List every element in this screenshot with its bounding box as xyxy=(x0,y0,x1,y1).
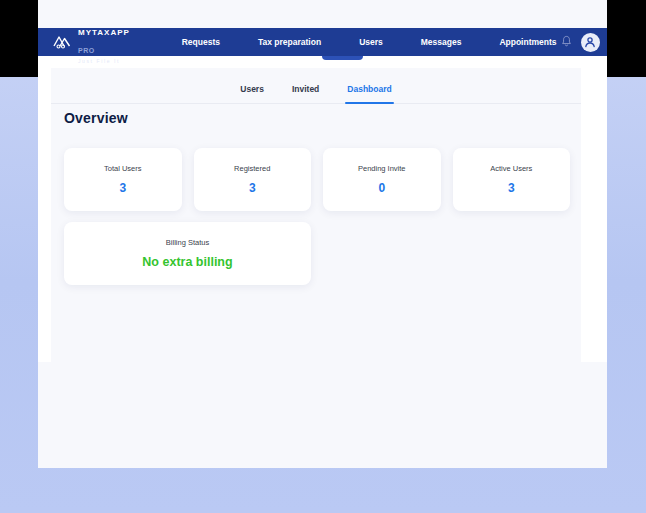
stats-row: Total Users 3 Registered 3 Pending Invit… xyxy=(64,148,570,211)
app-logo[interactable]: MYTAXAPP PRO Just File It xyxy=(51,21,130,64)
users-dashboard-panel: Users Invited Dashboard Overview Total U… xyxy=(51,68,581,362)
billing-status-card: Billing Status No extra billing xyxy=(64,222,311,285)
stat-value: 3 xyxy=(119,181,126,195)
person-icon xyxy=(584,36,596,48)
logo-tagline: Just File It xyxy=(78,58,130,64)
tab-users[interactable]: Users xyxy=(238,80,266,103)
stat-label: Registered xyxy=(234,164,270,173)
nav-items: Requests Tax preparation Users Messages … xyxy=(178,28,561,56)
tab-dashboard[interactable]: Dashboard xyxy=(345,80,393,103)
nav-item-users[interactable]: Users xyxy=(355,28,387,56)
black-backdrop-right xyxy=(607,0,646,77)
stat-label: Pending Invite xyxy=(358,164,406,173)
billing-status-label: Billing Status xyxy=(166,238,209,247)
nav-item-messages[interactable]: Messages xyxy=(417,28,466,56)
stat-label: Total Users xyxy=(104,164,142,173)
logo-pro-badge: PRO xyxy=(78,47,95,54)
mountain-logo-icon xyxy=(51,34,73,50)
overview-heading: Overview xyxy=(64,110,128,126)
user-avatar[interactable] xyxy=(581,33,600,52)
dashboard-tabs: Users Invited Dashboard xyxy=(51,80,581,104)
stat-card-registered: Registered 3 xyxy=(194,148,312,211)
stat-card-total-users: Total Users 3 xyxy=(64,148,182,211)
nav-item-appointments[interactable]: Appointments xyxy=(495,28,560,56)
stat-label: Active Users xyxy=(490,164,532,173)
nav-item-tax-preparation[interactable]: Tax preparation xyxy=(254,28,325,56)
stat-card-pending-invite: Pending Invite 0 xyxy=(323,148,441,211)
nav-item-requests[interactable]: Requests xyxy=(178,28,224,56)
app-window: MYTAXAPP PRO Just File It Requests Tax p… xyxy=(38,0,607,468)
navbar-right-controls xyxy=(561,33,600,52)
stat-value: 3 xyxy=(249,181,256,195)
logo-app-name: MYTAXAPP xyxy=(78,28,130,37)
bell-icon[interactable] xyxy=(561,33,572,51)
billing-status-value: No extra billing xyxy=(142,255,232,269)
page-background: MYTAXAPP PRO Just File It Requests Tax p… xyxy=(0,0,646,513)
stat-card-active-users: Active Users 3 xyxy=(453,148,571,211)
nav-users-active-indicator xyxy=(322,56,363,60)
logo-text: MYTAXAPP PRO Just File It xyxy=(78,21,130,64)
stat-value: 0 xyxy=(378,181,385,195)
lower-content-region xyxy=(38,362,607,468)
stat-value: 3 xyxy=(508,181,515,195)
black-backdrop-left xyxy=(0,0,38,77)
main-navbar: MYTAXAPP PRO Just File It Requests Tax p… xyxy=(38,28,607,56)
tab-invited[interactable]: Invited xyxy=(290,80,321,103)
